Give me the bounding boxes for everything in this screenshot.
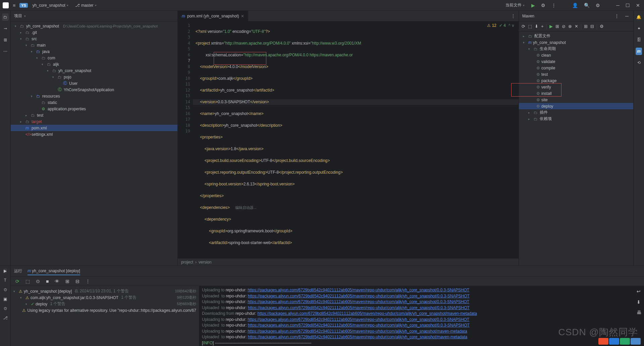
branch-icon: ⎇	[75, 3, 80, 8]
gradle-tool-button[interactable]: ⟲	[636, 59, 642, 66]
toggle-offline-icon[interactable]: ⊘	[562, 24, 566, 29]
skip-tests-icon[interactable]: ⊗	[568, 24, 572, 29]
code-with-me-icon[interactable]: 👤	[571, 1, 579, 9]
app-logo	[3, 2, 9, 8]
maven-tree[interactable]: ▸🗀配置文件 ▾myh_core_snapshot ▾🗀生命周期 ⚙clean …	[519, 32, 633, 266]
tab-more-button[interactable]: ⋮	[508, 14, 519, 18]
show-deps-icon[interactable]: ⊞	[584, 24, 588, 29]
run-config-tab[interactable]: m yh_core_snapshot [deploy]	[28, 267, 80, 275]
commit-tool-button[interactable]: ⊸	[2, 25, 8, 32]
maven-goal-install[interactable]: ⚙install	[519, 90, 633, 97]
maven-goal-package[interactable]: ⚙package	[519, 77, 633, 84]
more-tool-button[interactable]: ⋯	[2, 48, 9, 55]
maven-goal-validate[interactable]: ⚙validate	[519, 58, 633, 65]
rerun-icon[interactable]: ⟳	[14, 277, 21, 285]
project-badge: YS	[19, 3, 28, 8]
print-icon[interactable]: 🖶	[635, 308, 643, 317]
close-tab-icon[interactable]: ×	[241, 13, 244, 19]
ai-assistant-icon[interactable]: ✦	[636, 25, 642, 32]
main-menu-button[interactable]: ≡	[11, 1, 17, 9]
reload-pom-icon[interactable]: ⬚	[24, 277, 31, 285]
close-icon[interactable]: ✕	[575, 24, 578, 29]
hide-panel-icon[interactable]: ─	[624, 12, 630, 20]
editor-tab[interactable]: mpom.xml (yh_core_snapshot)×	[178, 11, 248, 21]
database-icon[interactable]: 🗄	[636, 36, 642, 44]
scroll-end-icon[interactable]: ⬇	[635, 298, 643, 307]
project-tree[interactable]: ▾🗀yh_core_snapshotD:\Java\Code-space\Lea…	[11, 21, 177, 266]
debug-tool-button[interactable]: ⊙	[4, 287, 7, 292]
maven-goal-verify[interactable]: ⚙verify	[519, 84, 633, 90]
maven-panel-title: Maven	[522, 14, 534, 18]
pass-icon[interactable]: ✓ 4	[499, 23, 506, 29]
settings-icon[interactable]: ⚙	[594, 1, 601, 9]
run-tab[interactable]: 运行	[14, 267, 22, 275]
maven-goal-compile[interactable]: ⚙compile	[519, 65, 633, 71]
download-icon[interactable]: ⬇	[535, 24, 538, 29]
collapse2-icon[interactable]: ⊟	[74, 277, 81, 285]
generate-sources-icon[interactable]: ⬚	[528, 24, 532, 29]
build-tree[interactable]: ▾⚠yh_core_snapshot [deploy]在 2024/11/10 …	[11, 286, 199, 346]
console-output[interactable]: Uploading to repo-uhdur: https://package…	[199, 286, 644, 346]
debug-button[interactable]: ⚙	[540, 1, 547, 9]
line-gutter: 12345678910111213141516171819	[178, 21, 193, 258]
branch-selector[interactable]: ⎇master▾	[73, 2, 99, 8]
stop-icon[interactable]: ⊙	[35, 277, 41, 285]
maven-options-icon[interactable]: ⋮	[613, 12, 621, 20]
code-editor[interactable]: <?xml version="1.0" encoding="UTF-8"?> <…	[193, 21, 519, 258]
run-button[interactable]: ▶	[530, 1, 536, 9]
terminal-tool-button[interactable]: ▣	[3, 297, 7, 301]
minimize-button[interactable]: ─	[615, 1, 621, 9]
search-icon[interactable]: 🔍	[583, 1, 591, 9]
logo-strip	[598, 338, 641, 345]
add-icon[interactable]: +	[541, 24, 544, 29]
run-maven-icon[interactable]: ▶	[549, 24, 553, 29]
problems-tool-button[interactable]: ⊙	[4, 306, 7, 311]
warning-icon[interactable]: ⚠ 12	[487, 23, 496, 29]
project-tool-button[interactable]: 🗀	[2, 13, 9, 21]
run-tool-button[interactable]: ▶	[4, 269, 7, 273]
project-selector[interactable]: yh_core_snapshot▾	[31, 2, 70, 8]
maven-goal-test[interactable]: ⚙test	[519, 71, 633, 77]
maximize-button[interactable]: ☐	[624, 1, 631, 9]
soft-wrap-icon[interactable]: ↩	[635, 287, 643, 296]
stop2-icon[interactable]: ■	[45, 277, 50, 285]
project-panel-title: 项目	[14, 13, 22, 19]
maven-goal-deploy[interactable]: ⚙deploy	[519, 103, 633, 109]
expand-icon[interactable]: ⊞	[64, 277, 71, 285]
maven-goal-site[interactable]: ⚙site	[519, 97, 633, 103]
more2-icon[interactable]: ⋮	[84, 277, 92, 285]
breadcrumb[interactable]: project›version	[178, 258, 519, 266]
tree-item-pom[interactable]: mpom.xml	[11, 125, 177, 131]
collapse-icon[interactable]: ⊟	[590, 24, 594, 29]
run-config-selector[interactable]: 当前文件▾	[503, 2, 527, 9]
python-tool-button[interactable]: T	[4, 278, 6, 283]
close-button[interactable]: ✕	[635, 1, 641, 9]
structure-tool-button[interactable]: ⊞	[2, 36, 8, 44]
maven-goal-clean[interactable]: ⚙clean	[519, 52, 633, 58]
notifications-icon[interactable]: 🔔	[635, 13, 643, 21]
vcs-tool-button[interactable]: ⎇	[3, 315, 8, 320]
show-icon[interactable]: 👁	[53, 277, 61, 285]
maven-tool-button[interactable]: m	[636, 48, 642, 55]
maven-settings-icon[interactable]: ⚙	[600, 24, 604, 29]
execute-goal-icon[interactable]: ⊞	[555, 24, 559, 29]
reload-icon[interactable]: ⟳	[522, 24, 525, 29]
more-actions-button[interactable]: ⋮	[550, 1, 557, 9]
